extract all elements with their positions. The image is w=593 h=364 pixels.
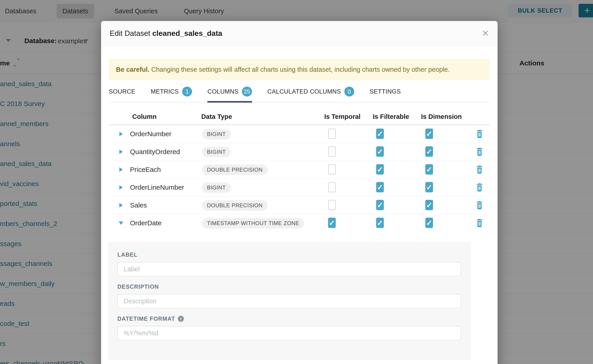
column-row: OrderLineNumber BIGINT xyxy=(109,179,490,196)
column-name: OrderNumber xyxy=(130,130,171,138)
trash-icon[interactable] xyxy=(476,183,483,192)
label-field-label: LABEL xyxy=(117,252,462,258)
column-row: QuantityOrdered BIGINT xyxy=(109,143,490,161)
field-label-text: LABEL xyxy=(117,252,138,258)
is-filterable-header: Is Filterable xyxy=(373,113,409,120)
trash-icon[interactable] xyxy=(476,219,483,228)
is-dimension-checkbox[interactable] xyxy=(425,164,433,175)
trash-icon[interactable] xyxy=(476,130,483,139)
column-name: Sales xyxy=(130,202,147,209)
column-name: PriceEach xyxy=(130,166,161,173)
is-dimension-checkbox[interactable] xyxy=(425,182,433,192)
description-field-block: DESCRIPTION xyxy=(117,284,462,308)
tab-count-badge: 1 xyxy=(182,87,192,97)
tab-label: SETTINGS xyxy=(370,88,401,95)
is-temporal-checkbox[interactable] xyxy=(328,182,336,192)
warning-banner-bold: Be careful. xyxy=(116,66,149,73)
tab-label: COLUMNS xyxy=(207,88,238,95)
data-type-badge: DOUBLE PRECISION xyxy=(202,165,268,175)
columns-table: Column Data Type Is Temporal Is Filterab… xyxy=(109,111,490,232)
data-type-badge: DOUBLE PRECISION xyxy=(202,200,268,211)
tab-count-badge: 25 xyxy=(242,87,252,97)
is-temporal-checkbox[interactable] xyxy=(328,129,336,139)
columns-table-header: Column Data Type Is Temporal Is Filterab… xyxy=(109,111,490,125)
is-filterable-checkbox[interactable] xyxy=(376,129,384,139)
warning-banner: Be careful. Changing these settings will… xyxy=(109,59,490,80)
column-row: Sales DOUBLE PRECISION xyxy=(109,196,490,214)
is-dimension-checkbox[interactable] xyxy=(425,146,433,157)
is-temporal-checkbox[interactable] xyxy=(328,164,336,175)
is-filterable-checkbox[interactable] xyxy=(376,218,384,228)
field-label-text: DESCRIPTION xyxy=(117,284,159,290)
column-row: OrderDate TIMESTAMP WITHOUT TIME ZONE xyxy=(109,214,490,232)
data-type-badge: BIGINT xyxy=(202,129,231,139)
collapse-caret-icon[interactable] xyxy=(119,221,123,225)
tab-source[interactable]: SOURCE xyxy=(109,87,135,103)
modal-header: Edit Dataset cleaned_sales_data ✕ xyxy=(101,21,498,46)
modal-body: Be careful. Changing these settings will… xyxy=(101,59,498,360)
is-filterable-checkbox[interactable] xyxy=(376,182,384,192)
warning-banner-text: Changing these settings will affect all … xyxy=(151,66,450,73)
is-temporal-header: Is Temporal xyxy=(324,113,361,120)
trash-icon[interactable] xyxy=(476,201,483,210)
column-header: Column xyxy=(132,113,157,120)
data-type-header: Data Type xyxy=(201,113,232,120)
datetime-format-field-label: DATETIME FORMAT i xyxy=(117,316,462,322)
column-detail-editor: LABEL DESCRIPTION DATETIME FORMAT i xyxy=(108,242,471,360)
tab-label: CALCULATED COLUMNS xyxy=(267,88,341,95)
trash-icon[interactable] xyxy=(476,166,483,175)
expand-caret-icon[interactable] xyxy=(119,203,123,208)
tab-label: SOURCE xyxy=(109,88,135,95)
description-input[interactable] xyxy=(117,294,461,308)
label-field-block: LABEL xyxy=(117,252,462,276)
column-row: OrderNumber BIGINT xyxy=(109,125,490,143)
is-dimension-checkbox[interactable] xyxy=(425,129,433,139)
tab-calculated-columns[interactable]: CALCULATED COLUMNS 0 xyxy=(267,87,354,103)
column-name: OrderDate xyxy=(130,219,162,227)
column-name: OrderLineNumber xyxy=(130,184,184,191)
expand-caret-icon[interactable] xyxy=(119,150,123,154)
is-dimension-checkbox[interactable] xyxy=(425,200,433,210)
modal-title-prefix: Edit Dataset xyxy=(110,29,150,38)
trash-icon[interactable] xyxy=(476,148,483,157)
label-input[interactable] xyxy=(117,262,461,276)
data-type-badge: BIGINT xyxy=(202,182,231,193)
data-type-badge: BIGINT xyxy=(202,147,231,157)
expand-caret-icon[interactable] xyxy=(119,185,123,190)
edit-dataset-modal: Edit Dataset cleaned_sales_data ✕ Be car… xyxy=(101,21,498,364)
tab-count-badge: 0 xyxy=(344,87,354,97)
is-temporal-checkbox[interactable] xyxy=(328,218,336,228)
is-dimension-checkbox[interactable] xyxy=(425,218,433,228)
is-filterable-checkbox[interactable] xyxy=(376,146,384,157)
datetime-format-input[interactable] xyxy=(117,326,461,340)
tab-metrics[interactable]: METRICS 1 xyxy=(151,87,192,103)
info-icon[interactable]: i xyxy=(178,316,184,322)
modal-title: Edit Dataset cleaned_sales_data xyxy=(110,29,222,38)
is-filterable-checkbox[interactable] xyxy=(376,164,384,175)
is-temporal-checkbox[interactable] xyxy=(328,200,336,210)
column-name: QuantityOrdered xyxy=(130,148,180,156)
screen: Databases Datasets Saved Queries Query H… xyxy=(0,0,593,364)
close-icon[interactable]: ✕ xyxy=(482,29,489,38)
column-row: PriceEach DOUBLE PRECISION xyxy=(109,161,490,179)
tab-settings[interactable]: SETTINGS xyxy=(370,87,401,103)
expand-caret-icon[interactable] xyxy=(119,167,123,172)
field-label-text: DATETIME FORMAT xyxy=(117,316,175,322)
is-filterable-checkbox[interactable] xyxy=(376,200,384,210)
expand-caret-icon[interactable] xyxy=(119,132,123,136)
datetime-format-field-block: DATETIME FORMAT i xyxy=(117,316,462,340)
tab-columns[interactable]: COLUMNS 25 xyxy=(207,87,252,103)
data-type-badge: TIMESTAMP WITHOUT TIME ZONE xyxy=(202,218,304,228)
is-dimension-header: Is Dimension xyxy=(421,113,462,120)
description-field-label: DESCRIPTION xyxy=(117,284,462,290)
tab-label: METRICS xyxy=(151,88,179,95)
modal-tabs: SOURCE METRICS 1 COLUMNS 25 CALCULATED C… xyxy=(109,87,490,103)
modal-title-dataset-name: cleaned_sales_data xyxy=(152,29,222,38)
is-temporal-checkbox[interactable] xyxy=(328,146,336,157)
